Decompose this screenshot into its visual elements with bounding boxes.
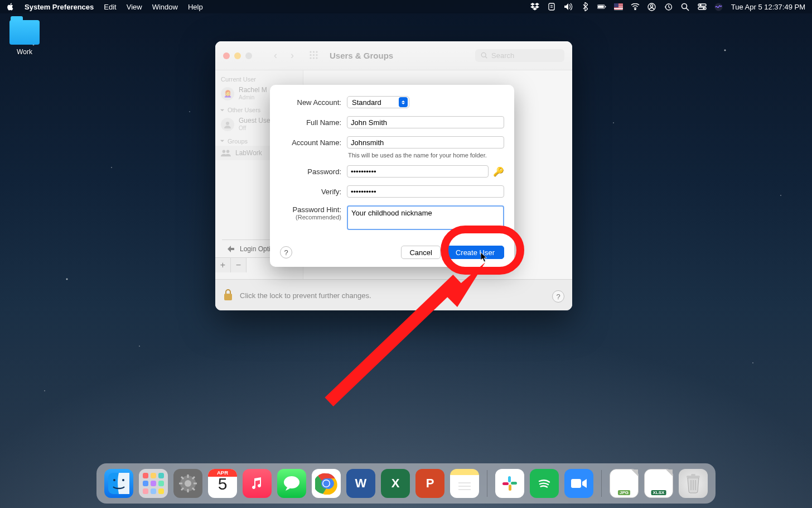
menubar-clock[interactable]: Tue Apr 5 12:37:49 PM (731, 3, 805, 11)
svg-point-6 (635, 9, 636, 10)
svg-rect-13 (698, 7, 706, 9)
svg-line-27 (485, 56, 487, 58)
help-button[interactable]: ? (552, 290, 564, 303)
dock-recent-file-xlsx[interactable]: XLSX (644, 469, 673, 498)
dock-app-messages[interactable] (277, 469, 306, 498)
dock-app-zoom[interactable] (564, 469, 593, 498)
user-icon[interactable] (647, 2, 656, 11)
select-stepper-icon (399, 97, 408, 107)
siri-icon[interactable] (714, 2, 723, 11)
window-zoom-icon[interactable] (245, 52, 252, 59)
svg-point-19 (316, 51, 317, 52)
label-full-name: Full Name: (280, 118, 347, 127)
dock-app-spotify[interactable] (530, 469, 559, 498)
verify-field[interactable] (347, 185, 504, 198)
svg-point-22 (316, 54, 317, 55)
search-placeholder: Search (491, 51, 514, 60)
battery-icon[interactable] (597, 2, 606, 11)
add-user-button[interactable]: + (215, 258, 231, 272)
dock-app-word[interactable]: W (346, 469, 375, 498)
full-name-field[interactable] (347, 116, 504, 128)
desktop-folder-work[interactable]: Work (8, 20, 41, 56)
window-footer: Login Options + − Click the lock to prev… (215, 279, 572, 310)
window-titlebar: ‹ › Users & Groups Search (215, 41, 572, 70)
svg-point-28 (226, 122, 229, 125)
label-password: Password: (280, 167, 347, 176)
password-hint-field[interactable] (347, 205, 504, 230)
bluetooth-icon[interactable] (581, 2, 589, 11)
menu-edit[interactable]: Edit (104, 3, 116, 11)
dock-app-calendar[interactable]: APR5 (208, 469, 237, 498)
svg-point-21 (313, 54, 315, 55)
show-all-icon[interactable] (309, 50, 318, 61)
svg-point-38 (185, 480, 191, 487)
dock-app-finder[interactable] (104, 469, 133, 498)
remove-user-button[interactable]: − (231, 258, 246, 272)
sheet-help-button[interactable]: ? (280, 246, 292, 258)
guest-user-status: Off (239, 125, 273, 132)
group-name: LabWork (235, 149, 262, 157)
dock-app-chrome[interactable] (312, 469, 341, 498)
dock-app-notes[interactable] (450, 469, 479, 498)
wifi-icon[interactable] (631, 2, 640, 11)
dock-trash[interactable] (679, 469, 708, 498)
svg-point-10 (682, 3, 687, 8)
timemachine-icon[interactable] (664, 2, 673, 11)
volume-icon[interactable] (564, 2, 573, 11)
svg-rect-5 (605, 6, 606, 8)
back-button[interactable]: ‹ (268, 49, 283, 63)
account-type-select[interactable]: Standard (347, 96, 409, 108)
svg-rect-4 (598, 6, 604, 8)
dock-separator (601, 470, 602, 497)
svg-point-24 (313, 57, 315, 59)
lock-icon[interactable] (223, 289, 233, 303)
avatar-icon: 👩‍🦰 (221, 87, 234, 100)
menu-help[interactable]: Help (188, 3, 203, 11)
sidebar-header-current-user: Current User (215, 74, 303, 84)
preferences-search[interactable]: Search (475, 49, 564, 62)
forward-button[interactable]: › (284, 49, 300, 63)
dropbox-icon[interactable] (530, 2, 539, 11)
password-field[interactable] (347, 165, 489, 178)
dock-app-system-preferences[interactable] (173, 469, 202, 498)
dock-app-excel[interactable]: X (381, 469, 410, 498)
svg-point-25 (316, 57, 317, 59)
label-new-account: New Account: (280, 98, 347, 107)
battery-widget-icon[interactable] (547, 2, 556, 11)
window-close-icon[interactable] (223, 52, 230, 59)
svg-rect-31 (224, 294, 232, 300)
account-name-field[interactable] (347, 136, 504, 148)
account-name-note: This will be used as the name for your h… (347, 152, 504, 159)
svg-point-50 (323, 481, 330, 487)
dock-app-slack[interactable] (495, 469, 524, 498)
window-minimize-icon[interactable] (234, 52, 241, 59)
menu-window[interactable]: Window (152, 3, 178, 11)
svg-rect-59 (687, 476, 700, 478)
svg-rect-60 (691, 474, 695, 476)
svg-rect-0 (549, 3, 554, 10)
password-key-icon[interactable]: 🔑 (493, 166, 504, 177)
current-user-role: Admin (239, 94, 267, 101)
svg-point-35 (113, 479, 115, 481)
svg-point-29 (223, 150, 225, 152)
dock-recent-file-jpg[interactable]: JPG (610, 469, 639, 498)
dock-app-launchpad[interactable] (139, 469, 168, 498)
dock-app-powerpoint[interactable]: P (415, 469, 444, 498)
dock-app-music[interactable] (243, 469, 272, 498)
svg-point-15 (703, 8, 704, 9)
svg-point-47 (284, 476, 299, 488)
apple-menu-icon[interactable] (7, 3, 14, 11)
spotlight-icon[interactable] (681, 2, 690, 11)
create-user-button[interactable]: Create User (446, 246, 504, 259)
control-center-icon[interactable] (698, 2, 707, 11)
svg-rect-55 (511, 482, 517, 485)
menu-view[interactable]: View (127, 3, 142, 11)
label-account-name: Account Name: (280, 138, 347, 147)
app-name[interactable]: System Preferences (25, 3, 94, 11)
svg-point-26 (481, 52, 486, 57)
label-password-hint: Password Hint: (Recommended) (280, 205, 347, 221)
cancel-button[interactable]: Cancel (401, 246, 440, 259)
desktop-folder-label: Work (8, 48, 41, 56)
svg-line-43 (181, 477, 183, 479)
keyboard-flag-icon[interactable] (614, 2, 623, 11)
